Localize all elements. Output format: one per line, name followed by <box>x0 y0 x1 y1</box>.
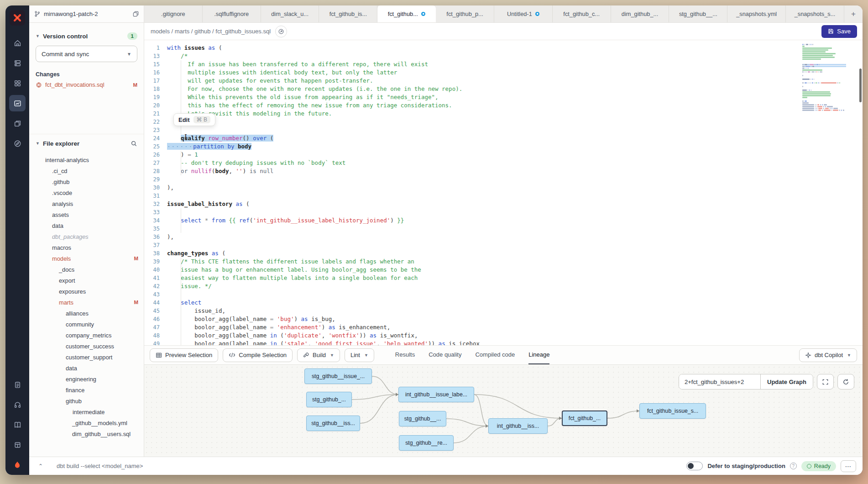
folder-item-dbt_packages[interactable]: dbt_packages <box>29 231 144 242</box>
home-icon[interactable] <box>9 35 26 51</box>
lineage-node-fct_github_[interactable]: fct_github_... <box>562 410 607 426</box>
folder-item-internal-analytics[interactable]: internal-analytics <box>29 154 144 165</box>
tab-gitignore[interactable]: .gitignore <box>144 5 203 22</box>
apps-grid-icon[interactable] <box>9 75 26 91</box>
help-icon[interactable]: ? <box>790 463 797 469</box>
lint-button[interactable]: Lint▼ <box>345 348 374 362</box>
folder-item-marts[interactable]: martsM <box>29 297 144 308</box>
file-explorer-title: File explorer <box>43 140 79 147</box>
folder-item-exposures[interactable]: exposures <box>29 286 144 297</box>
minimap-token <box>817 104 819 105</box>
tab-compiled-code[interactable]: Compiled code <box>475 346 515 364</box>
file-item-_github__models.yml[interactable]: _github__models.yml <box>29 417 144 428</box>
folder-item-assets[interactable]: assets <box>29 209 144 220</box>
save-button[interactable]: Save <box>821 25 857 38</box>
folder-item-analysis[interactable]: analysis <box>29 198 144 209</box>
lineage-node-stg_github__re[interactable]: stg_github__re... <box>399 435 454 451</box>
folder-item-_docs[interactable]: _docs <box>29 264 144 275</box>
package-icon[interactable] <box>9 437 26 453</box>
changed-file-item[interactable]: fct_dbt_invocations.sql M <box>29 79 144 90</box>
tab-stg_github__[interactable]: stg_github__... <box>669 5 727 22</box>
preview-selection-button[interactable]: Preview Selection <box>150 348 218 362</box>
edit-tooltip[interactable]: Edit ⌘ B <box>173 113 215 126</box>
tab-sqlfluffignore[interactable]: .sqlfluffignore <box>203 5 261 22</box>
file-item-dim_github__users.sql[interactable]: dim_github__users.sql <box>29 428 144 439</box>
code-editor[interactable]: 1with issues as (13 /*15 If an issue has… <box>144 40 863 345</box>
folder-item-customer_support[interactable]: customer_support <box>29 352 144 363</box>
develop-ide-icon[interactable] <box>9 95 26 111</box>
tab-dim_slack_u[interactable]: dim_slack_u... <box>261 5 319 22</box>
tab-lineage[interactable]: Lineage <box>528 346 549 364</box>
token-t: ) <box>243 168 250 174</box>
tab-results[interactable]: Results <box>395 346 415 364</box>
dbt-copilot-button[interactable]: dbt Copilot ▼ <box>799 348 857 362</box>
fullscreen-icon[interactable] <box>817 374 834 389</box>
lineage-node-stg_github__iss[interactable]: stg_github__iss... <box>306 416 360 431</box>
folder-item-alliances[interactable]: alliances <box>29 308 144 319</box>
build-button[interactable]: Build▼ <box>297 348 340 362</box>
tab-dim_github_[interactable]: dim_github_... <box>611 5 669 22</box>
folder-item-finance[interactable]: finance <box>29 384 144 395</box>
minimap-token <box>802 58 821 60</box>
tab-fct_github_is[interactable]: fct_github_is... <box>319 5 377 22</box>
folder-item-customer_success[interactable]: customer_success <box>29 341 144 352</box>
line-content: with issues as ( <box>167 44 222 52</box>
code-line-1: 1with issues as ( <box>144 44 863 52</box>
tab-fct_github[interactable]: fct_github... <box>377 5 436 22</box>
dbt-logo[interactable] <box>10 10 25 26</box>
changed-file-name: fct_dbt_invocations.sql <box>45 81 104 88</box>
compile-selection-button[interactable]: Compile Selection <box>223 348 293 362</box>
clipboard-icon[interactable] <box>9 376 26 393</box>
lineage-node-int_github__issue_labe[interactable]: int_github__issue_labe... <box>398 387 474 402</box>
new-tab-button[interactable]: + <box>844 5 863 22</box>
windows-icon[interactable] <box>9 115 26 132</box>
warehouse-icon[interactable] <box>9 55 26 71</box>
minimap[interactable] <box>802 44 846 111</box>
tab-code-quality[interactable]: Code quality <box>429 346 461 364</box>
lineage-node-int_github__iss[interactable]: int_github__iss... <box>488 418 548 434</box>
folder-item-data[interactable]: data <box>29 363 144 374</box>
folder-item-export[interactable]: export <box>29 275 144 286</box>
tab-fct_github_c[interactable]: fct_github_c... <box>553 5 611 22</box>
graph-selector-input[interactable] <box>679 374 760 389</box>
commit-and-sync-select[interactable]: Commit and sync ▼ <box>36 46 137 62</box>
lineage-node-fct_github_issue_s[interactable]: fct_github_issue_s... <box>639 403 706 419</box>
compass-icon[interactable] <box>9 135 26 152</box>
file-explorer-header[interactable]: ▼ File explorer <box>29 134 144 153</box>
update-graph-button[interactable]: Update Graph <box>760 374 813 389</box>
more-menu-button[interactable]: ⋯ <box>841 460 856 472</box>
folder-item-github[interactable]: github <box>29 395 144 406</box>
headset-icon[interactable] <box>9 396 26 413</box>
tab-_snapshots_s[interactable]: _snapshots_s... <box>786 5 844 22</box>
folder-item-data[interactable]: data <box>29 220 144 231</box>
copy-branch-icon[interactable] <box>132 11 139 17</box>
folder-item-intermediate[interactable]: intermediate <box>29 406 144 417</box>
folder-item-models[interactable]: modelsM <box>29 253 144 264</box>
lineage-node-stg_github_[interactable]: stg_github_... <box>306 392 352 407</box>
code-line-24: 24 qualify row_number() over ( <box>144 134 863 142</box>
lineage-node-stg_github__issue_[interactable]: stg_github__issue_... <box>304 368 372 384</box>
tab-Untitled-1[interactable]: Untitled-1 <box>494 5 553 22</box>
folder-item-.vscode[interactable]: .vscode <box>29 187 144 198</box>
item-name: finance <box>66 387 84 394</box>
branch-selector[interactable]: mirnawong1-patch-2 <box>29 5 144 22</box>
tab-_snapshotsyml[interactable]: _snapshots.yml <box>727 5 786 22</box>
minimap-token <box>802 104 814 105</box>
tab-fct_github_p[interactable]: fct_github_p... <box>436 5 494 22</box>
lineage-node-stg_github__[interactable]: stg_github__... <box>399 411 446 426</box>
folder-item-.github[interactable]: .github <box>29 176 144 187</box>
folder-item-community[interactable]: community <box>29 319 144 330</box>
open-reference-icon[interactable] <box>275 26 287 37</box>
folder-item-company_metrics[interactable]: company_metrics <box>29 330 144 341</box>
version-control-header[interactable]: ▼ Version control 1 <box>29 28 144 44</box>
folder-item-engineering[interactable]: engineering <box>29 374 144 384</box>
refresh-icon[interactable] <box>837 374 854 389</box>
search-icon[interactable] <box>131 140 137 147</box>
defer-toggle[interactable] <box>686 462 703 470</box>
collapse-panel-icon[interactable]: ⌃ <box>36 462 46 470</box>
dbt-flame-icon[interactable] <box>9 457 26 473</box>
folder-item-.ci_cd[interactable]: .ci_cd <box>29 165 144 176</box>
folder-item-macros[interactable]: macros <box>29 242 144 253</box>
editor-scrollbar[interactable] <box>859 68 862 102</box>
book-icon[interactable] <box>9 416 26 433</box>
